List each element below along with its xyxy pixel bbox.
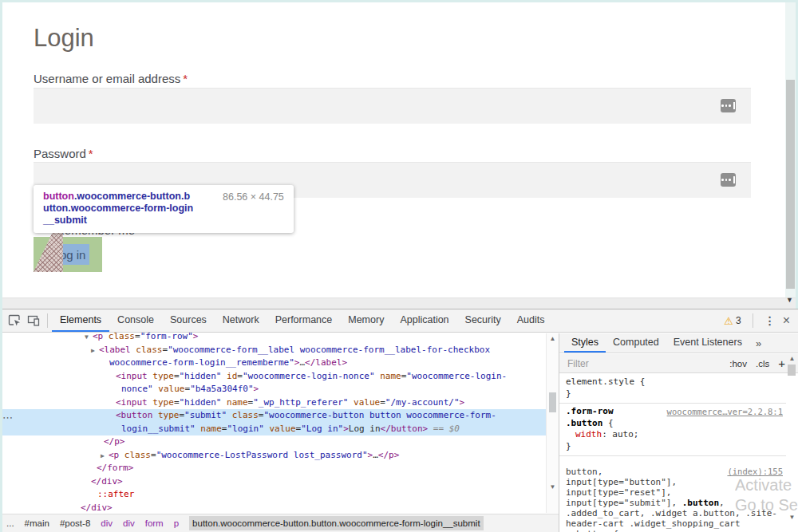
collapse-arrow-icon[interactable]: ▶ [101,450,109,463]
tab-network[interactable]: Network [215,309,267,332]
toolbar-separator [47,313,48,328]
tab-audits[interactable]: Audits [509,309,553,332]
code-line[interactable]: nonce" value="b4a5a304f0"> [0,383,546,396]
tab-console[interactable]: Console [109,309,162,332]
scroll-up-arrow-icon[interactable]: ▲ [786,355,798,362]
required-asterisk: * [183,72,188,85]
code-line[interactable]: <button type="submit" class="woocommerce… [0,409,546,423]
code-line[interactable]: ▼<p class="form-row"> [0,330,546,344]
code-line[interactable]: </p> [0,435,546,449]
style-rule-line[interactable]: width: auto; [559,429,786,441]
breadcrumb-item[interactable]: div [101,518,113,528]
tab-application[interactable]: Application [392,309,456,332]
inspect-tooltip: button.woocommerce-button.b utton.woocom… [34,185,294,233]
breadcrumb-item[interactable]: form [145,518,164,528]
style-rule-block: .form-rowwoocommerce…ver=2.2.8:1.button … [559,404,786,456]
code-line[interactable]: </div> [0,475,546,489]
username-input[interactable] [34,88,751,124]
tab-performance[interactable]: Performance [267,309,341,332]
tab-security[interactable]: Security [457,309,509,332]
style-rule-line[interactable]: button,(index):155 [559,467,786,477]
devtools-tabs: ElementsConsoleSourcesNetworkPerformance… [52,309,552,332]
password-manager-icon[interactable] [721,99,736,112]
code-line[interactable]: ▶<p class="woocommerce-LostPassword lost… [0,449,546,463]
breadcrumb-item[interactable]: #main [25,518,49,528]
code-line[interactable]: </form> [0,462,546,475]
breadcrumb-item[interactable]: div [123,518,135,528]
breadcrumb: ...#main#post-8divdivformpbutton.woocomm… [0,514,559,532]
scroll-up-arrow-icon[interactable]: ▲ [547,335,559,342]
stylesheet-link[interactable]: woocommerce…ver=2.2.8:1 [667,406,783,418]
scroll-down-arrow-icon[interactable]: ▼ [547,483,559,491]
scroll-down-arrow-icon[interactable]: ▼ [786,514,798,521]
device-toolbar-icon[interactable] [24,311,43,330]
node-menu-icon[interactable]: ⋯ [2,412,12,424]
devtools-close-icon[interactable]: × [783,313,790,328]
style-rule-line[interactable]: header-cart .widget_shopping_cart [559,518,786,529]
screenshot-edge [0,0,798,2]
required-asterisk: * [89,147,93,160]
code-line[interactable]: <input type="hidden" id="woocommerce-log… [0,370,546,384]
warning-icon: ⚠ [724,315,733,327]
tab-elements[interactable]: Elements [52,309,109,332]
tooltip-dimensions: 86.56 × 44.75 [223,191,284,227]
scrollbar-thumb[interactable] [786,80,795,289]
style-rule-line[interactable]: .added_to_cart, .widget a.button, .site- [559,508,786,518]
toolbar-separator [753,313,753,328]
style-rule-line[interactable]: input[type="button"], [559,477,786,487]
tab-sources[interactable]: Sources [162,309,215,332]
styles-tab-computed[interactable]: Computed [606,333,666,353]
style-rule-block: button,(index):155input[type="button"],i… [559,456,786,532]
page-vertical-scrollbar[interactable] [785,0,796,298]
style-rule-line[interactable]: a.button { [559,529,786,532]
code-line[interactable]: </div> [0,502,546,515]
pseudo-state-toggle[interactable]: :hov [729,359,747,368]
styles-rules: element.style {}.form-rowwoocommerce…ver… [559,373,786,532]
warning-count: 3 [736,315,741,326]
screenshot-root: Login Username or email address* Passwor… [0,0,798,532]
style-rule-line[interactable]: input[type="submit"], .button, [559,498,786,508]
style-rule-line[interactable]: .button { [559,418,786,430]
styles-tab-event-listeners[interactable]: Event Listeners [666,333,749,353]
collapse-arrow-icon[interactable]: ▶ [91,345,99,358]
devtools-menu-icon[interactable]: ⋮ [764,314,776,327]
code-line[interactable]: ▶<label class="woocommerce-form__label w… [0,344,546,357]
page-bottom-strip [0,298,798,309]
style-rule-line[interactable]: } [559,388,786,400]
element-class-toggle[interactable]: .cls [756,359,769,368]
stylesheet-link[interactable]: (index):155 [727,467,783,477]
styles-scrollbar[interactable]: ▲ ▼ [786,354,797,532]
code-line[interactable]: ::after [0,488,546,502]
style-rule-line[interactable]: input[type="reset"], [559,487,786,498]
more-tabs-icon[interactable]: » [749,337,768,349]
elements-scrollbar[interactable]: ▲ ▼ [546,333,559,513]
breadcrumb-item[interactable]: button.woocommerce-button.button.woocomm… [189,516,484,530]
page-title: Login [34,24,94,53]
styles-filter-row: :hov .cls + [559,354,798,373]
style-rule-line[interactable]: .form-rowwoocommerce…ver=2.2.8:1 [559,406,786,418]
scrollbar-thumb[interactable] [788,365,796,376]
username-label: Username or email address* [34,72,188,85]
console-warnings-badge[interactable]: ⚠ 3 [724,315,741,327]
styles-sidebar-tabs: StylesComputedEvent Listeners» [559,333,798,353]
expand-arrow-icon[interactable]: ▼ [85,331,93,345]
code-line[interactable]: woocommerce-form-login__rememberme">…</l… [0,357,546,370]
new-style-rule-button[interactable]: + [778,357,785,370]
password-label: Password* [34,147,93,160]
breadcrumb-item[interactable]: #post-8 [60,518,90,528]
tab-memory[interactable]: Memory [340,309,392,332]
style-rule-line[interactable]: element.style { [559,376,786,388]
scroll-down-arrow-icon[interactable]: ▼ [786,296,793,304]
elements-tree: ▼<p class="form-row">▶<label class="wooc… [0,330,546,514]
code-line[interactable]: login__submit" name="login" value="Log i… [0,423,546,436]
styles-filter-input[interactable] [566,357,673,370]
password-manager-icon[interactable] [721,173,736,187]
inspect-element-icon[interactable] [5,311,24,330]
scrollbar-thumb[interactable] [549,392,556,412]
breadcrumb-item[interactable]: p [174,518,179,528]
screenshot-edge [0,0,2,532]
style-rule-line[interactable]: } [559,441,786,453]
code-line[interactable]: <input type="hidden" name="_wp_http_refe… [0,396,546,410]
styles-tab-styles[interactable]: Styles [564,333,606,353]
breadcrumb-item[interactable]: ... [6,518,14,528]
